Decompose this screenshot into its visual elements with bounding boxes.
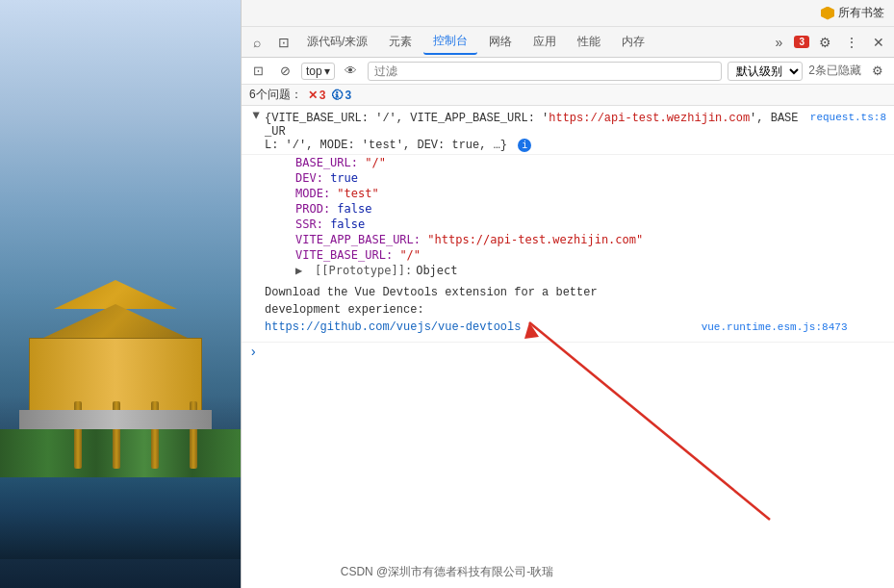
tab-elements[interactable]: 元素 <box>379 30 421 54</box>
prompt-chevron: › <box>249 345 257 360</box>
tab-memory[interactable]: 内存 <box>612 30 654 54</box>
sidebar-toggle-btn[interactable]: ⊡ <box>247 61 268 82</box>
prop-vite-base: VITE_BASE_URL: "/" <box>261 247 894 263</box>
prop-prototype: ▶ [[Prototype]]: Object <box>261 263 894 278</box>
console-content[interactable]: ▶ {VITE_BASE_URL: '/', VITE_APP_BASE_URL… <box>242 106 894 588</box>
base-url-key: BASE_URL: <box>295 156 358 169</box>
tab-performance[interactable]: 性能 <box>568 30 610 54</box>
tab-application[interactable]: 应用 <box>524 30 566 54</box>
prop-prod: PROD: false <box>261 201 894 217</box>
prop-ssr: SSR: false <box>261 217 894 232</box>
prod-key: PROD: <box>295 202 330 216</box>
bookmark-icon <box>821 7 834 20</box>
ssr-key: SSR: <box>295 217 323 231</box>
more-tabs-btn[interactable]: » <box>767 31 790 54</box>
block-btn[interactable]: ⊘ <box>274 61 295 82</box>
console-prompt[interactable]: › <box>242 343 894 362</box>
vue-source-link[interactable]: vue.runtime.esm.js:8473 <box>702 321 848 333</box>
proto-expand[interactable]: ▶ <box>295 264 309 277</box>
error-badge: 3 <box>794 36 809 48</box>
close-btn[interactable]: ✕ <box>867 31 890 54</box>
vite-app-key: VITE_APP_BASE_URL: <box>295 233 421 246</box>
tab-source[interactable]: 源代码/来源 <box>297 30 377 54</box>
proto-val: Object <box>416 264 457 277</box>
bookmark-label: 所有书签 <box>838 5 884 21</box>
context-value: top <box>306 64 322 78</box>
expand-arrow[interactable]: ▶ <box>249 113 264 126</box>
vite-base-key: VITE_BASE_URL: <box>295 248 393 262</box>
tab-network[interactable]: 网络 <box>479 30 522 54</box>
vite-base-val: "/" <box>399 248 421 262</box>
ssr-val: false <box>330 217 365 231</box>
warning-number: 3 <box>345 89 351 102</box>
error-icon: ✕ <box>308 89 318 102</box>
issues-bar: 6个问题： ✕ 3 🛈 3 <box>242 85 894 106</box>
prop-base-url: BASE_URL: "/" <box>261 155 894 170</box>
background-image <box>0 0 241 588</box>
prop-vite-app: VITE_APP_BASE_URL: "https://api-test.wez… <box>261 232 894 247</box>
devtools-panel: 所有书签 ⌕ ⊡ 源代码/来源 元素 控制台 网络 应用 性能 内存 » 3 ⚙… <box>241 0 894 588</box>
inspect-icon[interactable]: ⌕ <box>245 31 268 54</box>
device-icon[interactable]: ⊡ <box>272 31 295 54</box>
vue-msg-line2: development experience: <box>265 303 424 317</box>
vue-msg-line1: Download the Vue Devtools extension for … <box>265 286 598 299</box>
prop-dev: DEV: true <box>261 170 894 186</box>
error-number: 3 <box>319 89 326 102</box>
filter-input[interactable] <box>368 62 723 81</box>
vue-devtools-link[interactable]: https://github.com/vuejs/vue-devtools <box>265 320 521 334</box>
eye-btn[interactable]: 👁 <box>341 61 362 82</box>
water-reflection <box>0 463 241 559</box>
bookmark-all[interactable]: 所有书签 <box>821 5 884 21</box>
console-settings-btn[interactable]: ⚙ <box>867 61 888 82</box>
bookmark-bar: 所有书签 <box>242 0 894 27</box>
hidden-count: 2条已隐藏 <box>808 63 861 79</box>
temple <box>10 280 221 473</box>
context-dropdown-arrow: ▾ <box>324 64 330 78</box>
vite-app-val: "https://api-test.wezhijin.com" <box>427 233 643 246</box>
warning-count: 🛈 3 <box>331 89 351 102</box>
object-preview: {VITE_BASE_URL: '/', VITE_APP_BASE_URL: … <box>265 112 803 152</box>
error-count: ✕ 3 <box>308 89 326 102</box>
prod-val: false <box>337 202 371 216</box>
watermark: CSDN @深圳市有德者科技有限公司-耿瑞 <box>341 564 554 580</box>
context-selector[interactable]: top ▾ <box>301 63 335 80</box>
mode-val: "test" <box>337 187 378 200</box>
more-options-btn[interactable]: ⋮ <box>840 31 863 54</box>
toolbar-row: ⊡ ⊘ top ▾ 👁 默认级别 2条已隐藏 ⚙ <box>242 58 894 85</box>
log-level-select[interactable]: 默认级别 <box>728 62 803 81</box>
info-badge: i <box>518 139 531 152</box>
vue-devtools-message: Download the Vue Devtools extension for … <box>242 278 894 343</box>
console-entry-object: ▶ {VITE_BASE_URL: '/', VITE_APP_BASE_URL… <box>242 110 894 155</box>
tab-console[interactable]: 控制台 <box>423 29 477 55</box>
base-url-val: "/" <box>365 156 386 169</box>
dev-key: DEV: <box>295 171 323 185</box>
devtools-tabs-row: ⌕ ⊡ 源代码/来源 元素 控制台 网络 应用 性能 内存 » 3 ⚙ ⋮ ✕ <box>242 27 894 58</box>
proto-key: [[Prototype]]: <box>315 264 412 277</box>
source-link-request[interactable]: request.ts:8 <box>810 112 886 123</box>
tab-icons-left: ⌕ ⊡ <box>245 31 295 54</box>
dev-val: true <box>330 171 358 185</box>
prop-indent-block: BASE_URL: "/" DEV: true MODE: "test" PRO… <box>242 155 894 278</box>
mode-key: MODE: <box>295 187 330 200</box>
issues-label: 6个问题： <box>249 87 302 103</box>
settings-btn[interactable]: ⚙ <box>813 31 836 54</box>
warning-icon: 🛈 <box>331 89 343 102</box>
right-icons: » 3 ⚙ ⋮ ✕ <box>767 31 890 54</box>
prop-mode: MODE: "test" <box>261 186 894 201</box>
